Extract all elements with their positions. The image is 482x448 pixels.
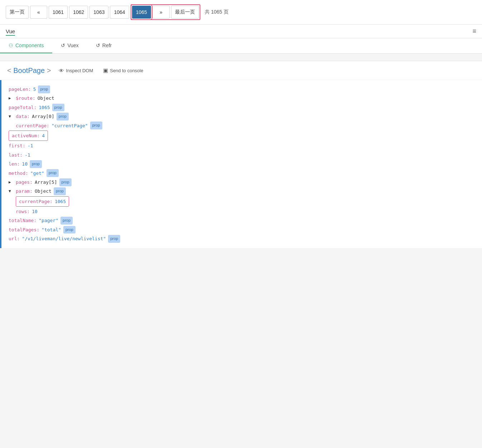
- prev-page-btn[interactable]: «: [30, 6, 47, 19]
- prop-value: 10: [32, 207, 38, 216]
- page-1064-btn[interactable]: 1064: [110, 6, 129, 19]
- prop-value: "get": [30, 169, 44, 177]
- next-page-btn[interactable]: »: [152, 6, 170, 19]
- vue-label: Vue: [6, 28, 15, 34]
- components-icon: ⚇: [9, 43, 13, 48]
- prop-param: ▼ param: Object prop: [9, 187, 475, 195]
- spacer: [0, 54, 482, 61]
- prop-value: 5: [33, 85, 36, 93]
- tabs-bar: ⚇ Components ↺ Vuex ↺ Refr: [0, 38, 482, 54]
- prop-key: totalName:: [9, 216, 36, 225]
- currentPage2-highlight: currentPage: 1065: [16, 196, 69, 207]
- page-1063-btn[interactable]: 1063: [89, 6, 108, 19]
- prop-badge: prop: [54, 187, 66, 195]
- tab-refresh-label: Refr: [102, 43, 112, 48]
- prop-value: 4: [42, 132, 45, 140]
- prop-route: ▶ $route: Object: [9, 94, 475, 102]
- tab-components-label: Components: [15, 43, 44, 48]
- prop-key: activeNum:: [12, 132, 40, 140]
- prop-currentPage: currentPage: "currentPage" prop: [9, 122, 475, 130]
- prop-badge: prop: [90, 122, 102, 129]
- prop-key: data:: [16, 112, 30, 120]
- tab-components[interactable]: ⚇ Components: [0, 38, 52, 53]
- prop-badge: prop: [57, 113, 69, 120]
- prop-key: pages:: [16, 178, 33, 186]
- inspector-area: < BootPage > 👁 Inspect DOM ▣ Send to con…: [0, 61, 482, 248]
- prop-key: method:: [9, 169, 28, 177]
- prop-value: "total": [42, 226, 61, 234]
- prop-badge: prop: [60, 217, 73, 225]
- prop-value: Array[0]: [32, 112, 54, 120]
- prop-activeNum: activeNum: 4: [9, 131, 475, 141]
- prop-value: "pager": [39, 216, 58, 225]
- prop-badge: prop: [52, 104, 64, 112]
- prop-first: first: -1: [9, 142, 475, 150]
- tab-vuex-label: Vuex: [67, 43, 78, 48]
- pagination-bar: 第一页 « 1061 1062 1063 1064 1065 » 最后一页 共 …: [0, 0, 482, 25]
- prop-key: rows:: [16, 207, 30, 216]
- last-page-btn[interactable]: 最后一页: [171, 6, 199, 19]
- prop-badge: prop: [38, 85, 50, 93]
- tab-refresh[interactable]: ↺ Refr: [87, 38, 120, 53]
- prop-key: param:: [16, 187, 33, 195]
- expand-arrow[interactable]: ▼: [9, 188, 14, 195]
- prop-badge: prop: [47, 169, 59, 177]
- prop-badge: prop: [63, 226, 76, 234]
- devtools-menu-icon[interactable]: ≡: [472, 28, 476, 35]
- prop-key: currentPage:: [16, 122, 49, 130]
- prop-value: Object: [35, 187, 52, 195]
- prop-totalPages: totalPages: "total" prop: [9, 226, 475, 234]
- prop-value: Object: [38, 94, 54, 102]
- inspector-body: pageLen: 5 prop ▶ $route: Object pageTot…: [0, 80, 482, 248]
- prop-key: url:: [9, 235, 20, 243]
- prop-len: len: 10 prop: [9, 160, 475, 168]
- prop-value: -1: [28, 142, 33, 150]
- send-to-console-label: Send to console: [110, 68, 143, 73]
- expand-arrow[interactable]: ▶: [9, 95, 14, 102]
- prop-key: totalPages:: [9, 226, 39, 234]
- props-list: pageLen: 5 prop ▶ $route: Object pageTot…: [1, 80, 482, 248]
- prop-value: 1065: [55, 197, 66, 206]
- devtools-header: Vue ≡: [0, 25, 482, 38]
- page-1062-btn[interactable]: 1062: [69, 6, 88, 19]
- prop-currentPage2: currentPage: 1065: [9, 196, 475, 207]
- expand-arrow[interactable]: ▼: [9, 113, 14, 120]
- prop-value: "currentPage": [52, 122, 88, 130]
- prop-value: 1065: [39, 103, 50, 112]
- page-1061-btn[interactable]: 1061: [49, 6, 68, 19]
- eye-icon: 👁: [59, 68, 64, 74]
- prop-key: first:: [9, 142, 25, 150]
- prop-badge: prop: [108, 235, 120, 243]
- prop-rows: rows: 10: [9, 207, 475, 216]
- prop-badge: prop: [30, 160, 42, 168]
- prop-totalName: totalName: "pager" prop: [9, 216, 475, 225]
- prop-badge: prop: [59, 178, 72, 186]
- prop-value: Array[5]: [35, 178, 57, 186]
- prop-method: method: "get" prop: [9, 169, 475, 177]
- prop-value: -1: [25, 151, 30, 159]
- prop-data: ▼ data: Array[0] prop: [9, 112, 475, 120]
- close-angle: >: [47, 67, 51, 74]
- inspect-dom-btn[interactable]: 👁 Inspect DOM: [57, 67, 95, 75]
- prop-key: $route:: [16, 94, 35, 102]
- component-name: < BootPage >: [7, 67, 51, 75]
- send-to-console-btn[interactable]: ▣ Send to console: [101, 66, 145, 75]
- page-1065-btn[interactable]: 1065: [132, 6, 151, 19]
- vuex-icon: ↺: [61, 43, 65, 48]
- prop-value: 10: [22, 160, 28, 168]
- component-header: < BootPage > 👁 Inspect DOM ▣ Send to con…: [0, 61, 482, 80]
- prop-key: len:: [9, 160, 20, 168]
- activeNum-highlight: activeNum: 4: [9, 131, 48, 141]
- tab-vuex[interactable]: ↺ Vuex: [52, 38, 87, 53]
- prop-last: last: -1: [9, 151, 475, 159]
- open-angle: <: [7, 67, 11, 74]
- prop-value: "/v1/liveman/live/newlivelist": [22, 235, 106, 243]
- prop-pageLen: pageLen: 5 prop: [9, 85, 475, 93]
- prop-key: currentPage:: [19, 197, 53, 206]
- expand-arrow[interactable]: ▶: [9, 179, 14, 186]
- prop-key: pageTotal:: [9, 103, 36, 112]
- first-page-btn[interactable]: 第一页: [6, 6, 29, 19]
- active-page-highlight: 1065 » 最后一页: [131, 4, 200, 20]
- component-name-text: BootPage: [13, 67, 45, 74]
- console-icon: ▣: [103, 67, 108, 74]
